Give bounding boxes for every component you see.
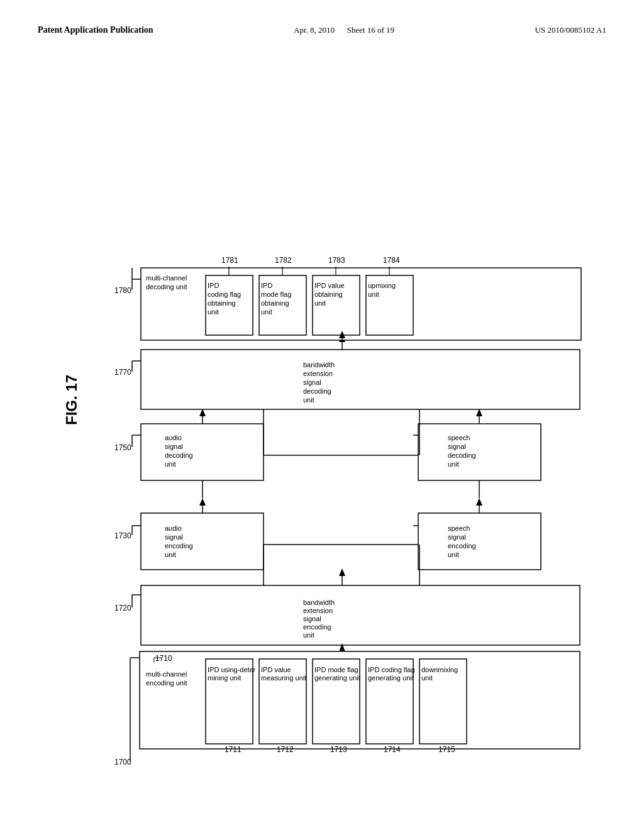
label-1782d: unit — [261, 308, 272, 316]
label-1740c: encoding — [448, 542, 476, 550]
label-1760b: signal — [448, 443, 466, 450]
ref-1710: 1710 — [155, 654, 172, 663]
label-1760a: speech — [448, 434, 470, 441]
label-1784b: unit — [368, 290, 379, 298]
box-1740 — [418, 513, 541, 570]
ref-1700: 1700 — [114, 758, 131, 766]
label-1740d: unit — [448, 551, 459, 558]
label-1730b: signal — [165, 533, 183, 541]
label-1780b: decoding unit — [146, 283, 187, 290]
header-date: Apr. 8, 2010 Sheet 16 of 19 — [294, 25, 394, 35]
label-1781c: obtaining — [208, 299, 236, 307]
label-1730a: audio — [165, 524, 182, 532]
ref-1782: 1782 — [275, 256, 292, 265]
label-1714b: generating unit — [368, 674, 414, 682]
ref-1720: 1720 — [114, 604, 131, 612]
label-1782a: IPD — [261, 282, 272, 289]
label-1711a: IPD using-deter — [208, 666, 256, 673]
box-1770 — [141, 350, 580, 409]
label-1781b: coding flag — [208, 290, 241, 298]
label-1783b: obtaining — [314, 290, 343, 298]
header-patent-num: US 2010/0085102 A1 — [535, 25, 606, 35]
arrow-1740-up — [476, 498, 482, 506]
label-1715a: downmixing — [421, 666, 458, 673]
ref-1783: 1783 — [328, 256, 345, 265]
label-1781a: IPD — [208, 282, 219, 289]
label-1730d: unit — [165, 551, 176, 558]
arrow-1750-up — [199, 409, 206, 416]
label-1720c: signal — [303, 615, 321, 622]
label-1730c: encoding — [165, 542, 193, 550]
ref-1712: 1712 — [277, 745, 294, 754]
label-1760c: decoding — [448, 451, 476, 459]
label-1750d: unit — [165, 460, 176, 468]
ref-1730: 1730 — [114, 531, 131, 540]
label-1770e: unit — [303, 396, 314, 404]
label-1770a: bandwidth — [303, 361, 335, 368]
label-1713a: IPD mode flag — [314, 666, 358, 673]
fig-label: FIG. 17 — [63, 375, 80, 425]
diagram-svg: FIG. 17 1700 1710 multi-channel encoding… — [38, 48, 606, 802]
arrow-up-1720 — [339, 568, 345, 576]
label-1750b: signal — [165, 443, 183, 450]
label-1713b: generating unit — [314, 674, 360, 682]
label-1783c: unit — [314, 299, 326, 307]
arrow-1760-up — [476, 409, 482, 416]
label-1782b: mode flag — [261, 290, 291, 298]
label-1714a: IPD coding flag — [368, 666, 415, 673]
box-1730 — [141, 513, 264, 570]
ref-1713: 1713 — [330, 745, 347, 754]
label-1750a: audio — [165, 434, 182, 441]
label-1740a: speech — [448, 524, 470, 532]
label-1711b: mining unit — [208, 674, 241, 682]
label-1770b: extension — [303, 370, 333, 377]
label-1720d: encoding — [303, 623, 331, 631]
label-multichannel-encoding: multi-channel — [146, 670, 187, 678]
label-1712a: IPD value — [261, 666, 291, 673]
label-1770c: signal — [303, 379, 321, 386]
label-1780a: multi-channel — [146, 274, 187, 282]
label-1750c: decoding — [165, 451, 193, 459]
label-1712b: measuring unit — [261, 674, 306, 682]
label-1720b: extension — [303, 607, 333, 614]
arrow-1730-up — [199, 498, 206, 506]
box-1760 — [418, 424, 541, 480]
ref-1781: 1781 — [221, 256, 238, 265]
ref-1711: 1711 — [225, 745, 242, 754]
label-1783a: IPD value — [314, 282, 345, 289]
ref-1715: 1715 — [438, 745, 455, 754]
box-1720 — [141, 585, 580, 645]
diagram-area: FIG. 17 1700 1710 multi-channel encoding… — [38, 48, 606, 802]
label-1720e: unit — [303, 631, 314, 639]
ref-1770: 1770 — [114, 368, 131, 377]
box-1750 — [141, 424, 264, 480]
label-1784a: upmixing — [368, 282, 396, 289]
label-1770d: decoding — [303, 387, 331, 395]
label-multichannel-encoding2: encoding unit — [146, 679, 187, 687]
label-1740b: signal — [448, 533, 466, 541]
page-header: Patent Application Publication Apr. 8, 2… — [38, 25, 606, 35]
ref-1750: 1750 — [114, 443, 131, 452]
label-1720a: bandwidth — [303, 599, 335, 606]
page: Patent Application Publication Apr. 8, 2… — [0, 0, 644, 830]
label-1781d: unit — [208, 308, 219, 316]
header-left: Patent Application Publication — [38, 25, 153, 35]
label-1715b: unit — [421, 674, 433, 682]
ref-1784: 1784 — [383, 256, 400, 265]
label-1782c: obtaining — [261, 299, 289, 307]
ref-1780: 1780 — [114, 286, 131, 295]
label-1760d: unit — [448, 460, 459, 468]
ref-1714: 1714 — [384, 745, 401, 754]
